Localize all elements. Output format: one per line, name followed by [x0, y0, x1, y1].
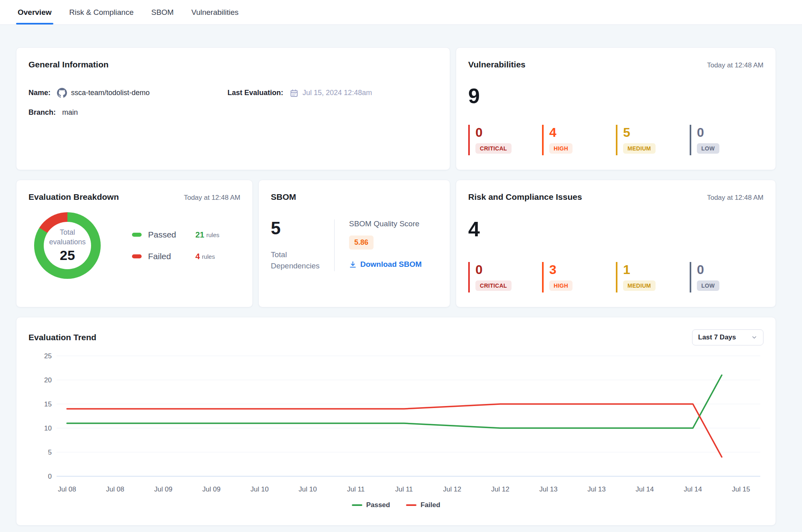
y-axis-label: 10 [44, 424, 52, 432]
tab-sbom[interactable]: SBOM [151, 0, 174, 24]
failed-legend-swatch [406, 504, 416, 506]
last-evaluation-field: Last Evaluation: [227, 89, 372, 97]
y-axis-label: 0 [48, 473, 52, 480]
failed-line [67, 404, 722, 457]
risk-compliance-total: 4 [468, 219, 763, 240]
x-axis-label: Jul 09 [154, 485, 172, 493]
evaluation-trend-card: Evaluation Trend Last 7 Days 0510152025J… [16, 317, 776, 526]
evaluation-trend-chart: 0510152025Jul 08Jul 08Jul 09Jul 09Jul 10… [28, 349, 763, 499]
sbom-quality-score-label: SBOM Quality Score [349, 219, 422, 228]
name-field: Name: ssca-team/todolist-demo [28, 88, 227, 98]
passed-swatch [132, 233, 142, 237]
trend-chart-svg: 0510152025Jul 08Jul 08Jul 09Jul 09Jul 10… [28, 349, 764, 497]
x-axis-label: Jul 15 [732, 485, 750, 493]
y-axis-label: 20 [44, 376, 52, 384]
sbom-dependencies-block: 5 Total Dependencies [271, 219, 334, 271]
donut-center-line1: Total [60, 228, 75, 237]
x-axis-label: Jul 10 [250, 485, 268, 493]
tab-vulnerabilities[interactable]: Vulnerabilities [191, 0, 239, 24]
evaluation-trend-title: Evaluation Trend [28, 333, 96, 342]
failed-legend-label: Failed [420, 501, 440, 509]
general-information-card: General Information Name: ssca-team/todo… [16, 47, 450, 170]
x-axis-label: Jul 11 [347, 485, 365, 493]
failed-value: 4 [195, 252, 200, 261]
passed-label: Passed [148, 230, 195, 240]
chevron-down-icon [751, 334, 757, 341]
severity-count: 0 [475, 263, 542, 277]
branch-label: Branch: [28, 108, 56, 117]
vulnerabilities-timestamp: Today at 12:48 AM [707, 61, 763, 69]
sbom-score-block: SBOM Quality Score 5.86 Download SBOM [349, 219, 422, 271]
evaluation-breakdown-header: Evaluation Breakdown Today at 12:48 AM [28, 192, 240, 202]
y-axis-label: 25 [44, 352, 52, 360]
failed-unit: rules [202, 253, 215, 260]
x-axis-label: Jul 10 [298, 485, 317, 493]
row-3: Evaluation Trend Last 7 Days 0510152025J… [16, 317, 786, 526]
passed-legend-label: Passed [366, 501, 390, 509]
vertical-divider [334, 219, 335, 271]
severity-count: 0 [697, 263, 763, 277]
severity-count: 4 [549, 126, 616, 140]
vulnerabilities-title: Vulnerabilities [468, 60, 526, 69]
x-axis-label: Jul 12 [443, 485, 461, 493]
ssca-overview-page: Overview Risk & Compliance SBOM Vulnerab… [0, 0, 802, 532]
severity-badge: LOW [697, 280, 719, 291]
evaluation-breakdown-title: Evaluation Breakdown [28, 192, 119, 202]
total-label-line1: Total [271, 249, 334, 260]
name-and-eval-row: Name: ssca-team/todolist-demo Last Evalu… [28, 88, 438, 98]
row-1: General Information Name: ssca-team/todo… [16, 47, 786, 170]
evaluation-trend-header: Evaluation Trend Last 7 Days [28, 329, 763, 345]
download-sbom-link[interactable]: Download SBOM [349, 260, 422, 269]
severity-item-low: 0LOW [690, 262, 763, 292]
severity-badge: MEDIUM [623, 280, 656, 291]
failed-label: Failed [148, 252, 195, 261]
severity-count: 1 [623, 263, 690, 277]
evaluation-breakdown-body: Total evaluations 25 Passed 21 rules [28, 212, 240, 279]
row-2: Evaluation Breakdown Today at 12:48 AM T… [16, 180, 786, 307]
general-information-title: General Information [28, 60, 438, 69]
passed-line [67, 375, 722, 428]
branch-value: main [62, 108, 78, 117]
sbom-card: SBOM 5 Total Dependencies SBOM Quality S… [258, 180, 450, 307]
sbom-body: 5 Total Dependencies SBOM Quality Score … [271, 219, 438, 271]
severity-badge: HIGH [549, 143, 573, 154]
legend-row-failed: Failed 4 rules [132, 252, 219, 261]
severity-badge: LOW [697, 143, 719, 154]
passed-value: 21 [195, 230, 204, 240]
x-axis-label: Jul 14 [684, 485, 702, 493]
repo-name-value: ssca-team/todolist-demo [71, 89, 150, 97]
legend-item-passed: Passed [352, 501, 390, 509]
last-evaluation-value: Jul 15, 2024 12:48am [303, 89, 372, 97]
severity-count: 3 [549, 263, 616, 277]
severity-item-low: 0LOW [690, 125, 763, 155]
severity-badge: HIGH [549, 280, 573, 291]
risk-compliance-card: Risk and Compliance Issues Today at 12:4… [456, 180, 776, 307]
last-evaluation-label: Last Evaluation: [227, 89, 283, 97]
sbom-quality-score-badge: 5.86 [349, 236, 374, 250]
total-dependencies-label: Total Dependencies [271, 249, 334, 271]
risk-compliance-timestamp: Today at 12:48 AM [707, 194, 763, 202]
time-range-value: Last 7 Days [698, 333, 736, 341]
branch-row: Branch: main [28, 108, 438, 117]
x-axis-label: Jul 09 [202, 485, 220, 493]
donut-center-label: Total evaluations 25 [34, 212, 101, 279]
donut-center-value: 25 [60, 248, 75, 263]
severity-item-critical: 0CRITICAL [468, 262, 542, 292]
severity-count: 5 [623, 126, 690, 140]
evaluation-breakdown-legend: Passed 21 rules Failed 4 rules [132, 230, 219, 261]
general-info-rows: Name: ssca-team/todolist-demo Last Evalu… [28, 88, 438, 117]
total-dependencies-value: 5 [271, 219, 334, 237]
legend-row-passed: Passed 21 rules [132, 230, 219, 240]
time-range-selector[interactable]: Last 7 Days [692, 329, 763, 345]
severity-badge: CRITICAL [475, 143, 512, 154]
tab-overview[interactable]: Overview [18, 0, 52, 24]
failed-swatch [132, 254, 142, 258]
total-label-line2: Dependencies [271, 260, 334, 272]
tab-bar: Overview Risk & Compliance SBOM Vulnerab… [0, 0, 802, 25]
vulnerabilities-card: Vulnerabilities Today at 12:48 AM 9 0CRI… [456, 47, 776, 170]
severity-item-medium: 1MEDIUM [616, 262, 690, 292]
x-axis-label: Jul 08 [106, 485, 124, 493]
download-icon [349, 261, 357, 268]
github-icon [57, 88, 67, 98]
tab-risk-compliance[interactable]: Risk & Compliance [69, 0, 134, 24]
